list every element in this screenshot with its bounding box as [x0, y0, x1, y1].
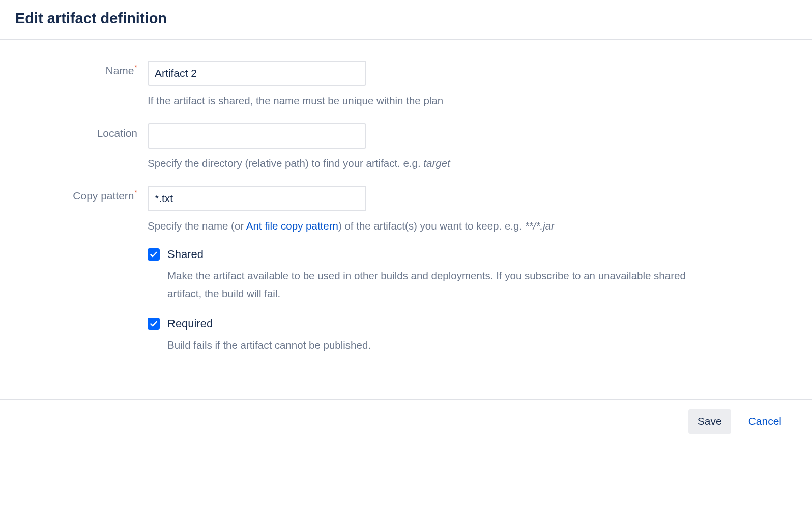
label-name-col: Name*: [15, 61, 148, 77]
helper-required: Build fails if the artifact cannot be pu…: [148, 336, 707, 354]
label-location-col: Location: [15, 123, 148, 139]
shared-checkbox-container: Shared: [148, 248, 707, 261]
helper-row-copy-pattern: Specify the name (or Ant file copy patte…: [15, 215, 797, 234]
row-copy-pattern: Copy pattern*: [15, 186, 797, 211]
input-col-copy-pattern: [148, 186, 707, 211]
check-icon: [150, 250, 158, 259]
helper-copy-pattern-eg: **/*.jar: [525, 220, 555, 232]
required-checkbox[interactable]: [148, 318, 160, 330]
helper-location-eg: target: [423, 157, 450, 169]
ant-pattern-link[interactable]: Ant file copy pattern: [246, 220, 338, 232]
cancel-button[interactable]: Cancel: [739, 409, 791, 434]
required-asterisk-icon: *: [135, 63, 137, 71]
name-input[interactable]: [148, 61, 366, 86]
helper-copy-pattern-mid: ) of the artifact(s) you want to keep. e…: [338, 220, 525, 232]
copy-pattern-input[interactable]: [148, 186, 366, 211]
check-icon: [150, 320, 158, 328]
helper-name: If the artifact is shared, the name must…: [148, 90, 707, 109]
helper-row-required: Build fails if the artifact cannot be pu…: [15, 336, 797, 354]
helper-row-shared: Make the artifact available to be used i…: [15, 267, 797, 303]
required-asterisk-icon: *: [135, 188, 137, 196]
save-button[interactable]: Save: [688, 409, 731, 434]
shared-checkbox[interactable]: [148, 248, 160, 261]
input-col-location: [148, 123, 707, 149]
shared-label: Shared: [167, 248, 204, 261]
helper-row-name: If the artifact is shared, the name must…: [15, 90, 797, 109]
dialog-header: Edit artifact definition: [0, 0, 812, 40]
row-name: Name*: [15, 61, 797, 86]
helper-shared: Make the artifact available to be used i…: [148, 267, 707, 303]
input-col-name: [148, 61, 707, 86]
row-shared: Shared: [15, 248, 797, 261]
label-name: Name: [106, 65, 134, 76]
label-copy-pattern: Copy pattern: [73, 190, 134, 202]
helper-location: Specify the directory (relative path) to…: [148, 153, 707, 172]
row-required: Required: [15, 317, 797, 330]
required-checkbox-container: Required: [148, 317, 707, 330]
dialog-footer: Save Cancel: [0, 399, 812, 439]
form-body: Name* If the artifact is shared, the nam…: [0, 40, 812, 399]
helper-copy-pattern-prefix: Specify the name (or: [148, 220, 246, 232]
required-label: Required: [167, 317, 213, 330]
row-location: Location: [15, 123, 797, 149]
helper-row-location: Specify the directory (relative path) to…: [15, 153, 797, 172]
location-input[interactable]: [148, 123, 366, 149]
dialog-title: Edit artifact definition: [15, 10, 797, 27]
label-location: Location: [97, 127, 137, 139]
label-copy-pattern-col: Copy pattern*: [15, 186, 148, 202]
helper-location-prefix: Specify the directory (relative path) to…: [148, 157, 423, 169]
helper-copy-pattern: Specify the name (or Ant file copy patte…: [148, 215, 707, 234]
